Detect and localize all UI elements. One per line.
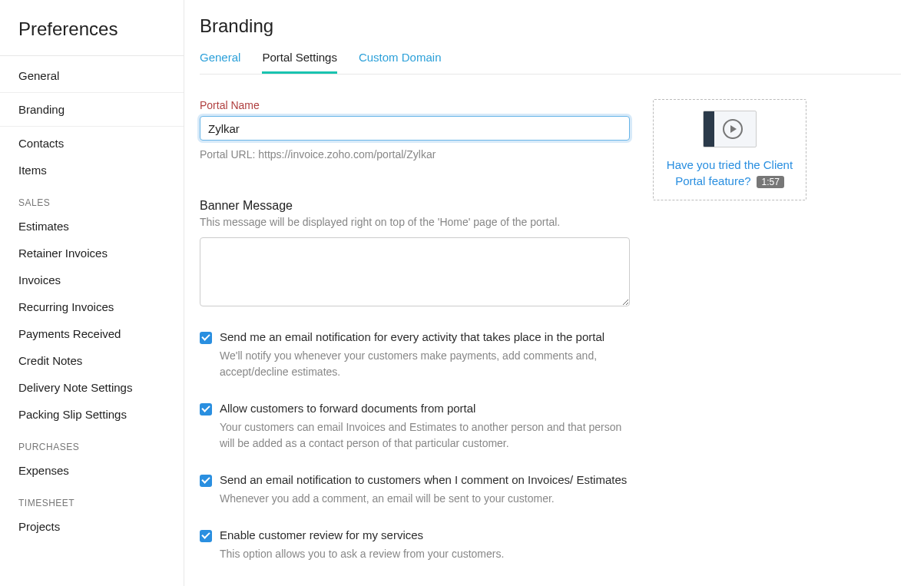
option-label: Allow customers to forward documents fro…: [220, 402, 630, 415]
sidebar-section-timesheet: TIMESHEET: [0, 484, 184, 513]
sidebar-item-expenses[interactable]: Expenses: [0, 457, 184, 484]
divider: [0, 126, 184, 127]
sidebar-section-sales: SALES: [0, 184, 184, 213]
banner-message-hint: This message will be displayed right on …: [200, 216, 630, 228]
page-title: Branding: [200, 15, 901, 37]
banner-message-label: Banner Message: [200, 199, 630, 213]
option-email-activity: Send me an email notification for every …: [200, 330, 630, 380]
portal-url-hint: Portal URL: https://invoice.zoho.com/por…: [200, 148, 630, 161]
sidebar-item-invoices[interactable]: Invoices: [0, 267, 184, 293]
sidebar-item-packing-slip-settings[interactable]: Packing Slip Settings: [0, 401, 184, 428]
sidebar-item-projects[interactable]: Projects: [0, 513, 184, 540]
option-email-activity-checkbox[interactable]: [200, 332, 212, 344]
tab-custom-domain[interactable]: Custom Domain: [359, 51, 442, 74]
option-label: Enable customer review for my services: [220, 528, 630, 541]
play-icon: [723, 119, 743, 139]
sidebar-title: Preferences: [0, 18, 184, 56]
sidebar-item-recurring-invoices[interactable]: Recurring Invoices: [0, 293, 184, 320]
preferences-sidebar: Preferences General Branding Contacts It…: [0, 0, 184, 586]
portal-name-input[interactable]: [200, 116, 630, 141]
option-label: Send an email notification to customers …: [220, 473, 630, 486]
option-hint: Whenever you add a comment, an email wil…: [220, 491, 630, 507]
option-comment-notify-checkbox[interactable]: [200, 475, 212, 487]
option-forward-documents: Allow customers to forward documents fro…: [200, 402, 630, 452]
option-forward-documents-checkbox[interactable]: [200, 403, 212, 415]
sidebar-item-retainer-invoices[interactable]: Retainer Invoices: [0, 240, 184, 267]
banner-message-textarea[interactable]: [200, 237, 630, 306]
tab-bar: General Portal Settings Custom Domain: [200, 51, 901, 74]
sidebar-item-payments-received[interactable]: Payments Received: [0, 320, 184, 347]
sidebar-item-items[interactable]: Items: [0, 157, 184, 184]
option-customer-review-checkbox[interactable]: [200, 530, 212, 542]
option-hint: Your customers can email Invoices and Es…: [220, 419, 630, 452]
promo-duration-badge: 1:57: [757, 176, 783, 188]
sidebar-section-purchases: PURCHASES: [0, 428, 184, 457]
option-comment-notify: Send an email notification to customers …: [200, 473, 630, 507]
sidebar-item-general[interactable]: General: [0, 62, 184, 89]
promo-video-thumbnail[interactable]: [703, 111, 757, 147]
option-hint: We'll notify you whenever your customers…: [220, 348, 630, 380]
tab-general[interactable]: General: [200, 51, 240, 74]
option-hint: This option allows you to ask a review f…: [220, 546, 630, 562]
sidebar-item-estimates[interactable]: Estimates: [0, 213, 184, 240]
promo-card[interactable]: Have you tried the Client Portal feature…: [653, 99, 806, 200]
option-customer-review: Enable customer review for my services T…: [200, 528, 630, 562]
option-label: Send me an email notification for every …: [220, 330, 630, 343]
main-content: Branding General Portal Settings Custom …: [184, 0, 924, 586]
portal-name-label: Portal Name: [200, 99, 630, 111]
sidebar-item-delivery-note-settings[interactable]: Delivery Note Settings: [0, 374, 184, 401]
sidebar-item-branding[interactable]: Branding: [0, 96, 184, 123]
sidebar-item-contacts[interactable]: Contacts: [0, 130, 184, 157]
divider: [0, 92, 184, 93]
tab-portal-settings[interactable]: Portal Settings: [262, 51, 337, 74]
sidebar-item-credit-notes[interactable]: Credit Notes: [0, 347, 184, 374]
